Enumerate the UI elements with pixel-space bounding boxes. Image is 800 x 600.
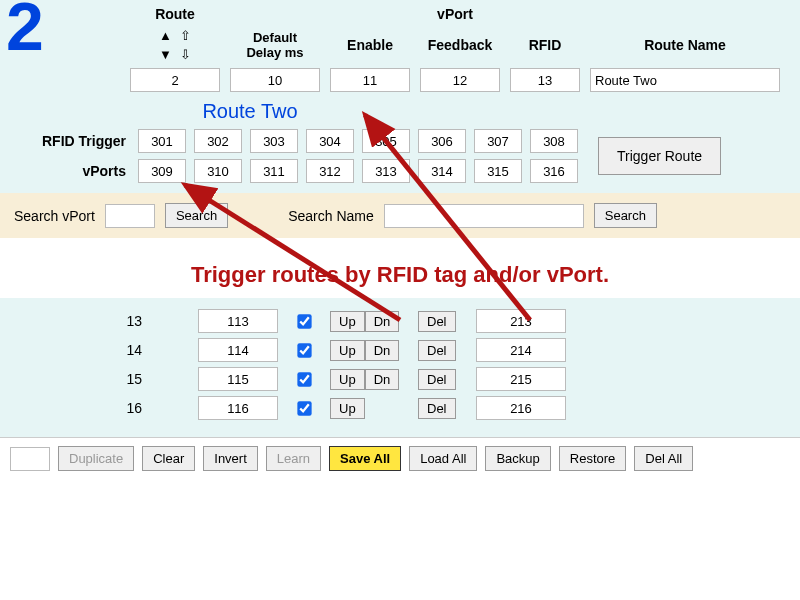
row-val-b[interactable]: [476, 309, 566, 333]
clear-button[interactable]: Clear: [142, 446, 195, 471]
vport-4[interactable]: [362, 159, 410, 183]
trigger-route-button[interactable]: Trigger Route: [598, 137, 721, 175]
delay-field[interactable]: [230, 68, 320, 92]
row-del-button[interactable]: Del: [418, 340, 456, 361]
table-row: 13UpDnDel: [10, 309, 790, 333]
row-val-b[interactable]: [476, 396, 566, 420]
search-vport-input[interactable]: [105, 204, 155, 228]
load-all-button[interactable]: Load All: [409, 446, 477, 471]
route-arrows: ▲ ⇧ ▼ ⇩: [130, 28, 220, 62]
duplicate-button[interactable]: Duplicate: [58, 446, 134, 471]
backup-button[interactable]: Backup: [485, 446, 550, 471]
move-down-solid-icon[interactable]: ▼: [159, 47, 172, 62]
row-val-b[interactable]: [476, 367, 566, 391]
vports-label: vPorts: [10, 163, 130, 179]
table-row: 16UpDel: [10, 396, 790, 420]
move-up-outline-icon[interactable]: ⇧: [180, 28, 191, 43]
row-val-b[interactable]: [476, 338, 566, 362]
rfid-trigger-0[interactable]: [138, 129, 186, 153]
row-checkbox[interactable]: [297, 343, 311, 357]
row-up-button[interactable]: Up: [330, 340, 365, 361]
vport-6[interactable]: [474, 159, 522, 183]
rfid-trigger-2[interactable]: [250, 129, 298, 153]
row-number: 14: [10, 342, 150, 358]
rfid-trigger-1[interactable]: [194, 129, 242, 153]
vport-2[interactable]: [250, 159, 298, 183]
table-row: 14UpDnDel: [10, 338, 790, 362]
row-dn-button[interactable]: Dn: [365, 340, 400, 361]
feedback-header: Feedback: [420, 37, 500, 53]
save-all-button[interactable]: Save All: [329, 446, 401, 471]
vport-7[interactable]: [530, 159, 578, 183]
route-number-field[interactable]: [130, 68, 220, 92]
route-values-row: [130, 68, 790, 92]
route-header: Route: [130, 6, 220, 22]
search-name-label: Search Name: [288, 208, 374, 224]
rfid-trigger-4[interactable]: [362, 129, 410, 153]
del-all-button[interactable]: Del All: [634, 446, 693, 471]
enable-field[interactable]: [330, 68, 410, 92]
row-dn-button[interactable]: Dn: [365, 369, 400, 390]
row-del-button[interactable]: Del: [418, 369, 456, 390]
footer-bar: Duplicate Clear Invert Learn Save All Lo…: [0, 437, 800, 479]
enable-header: Enable: [330, 37, 410, 53]
search-name-button[interactable]: Search: [594, 203, 657, 228]
row-number: 15: [10, 371, 150, 387]
row-checkbox[interactable]: [297, 401, 311, 415]
vport-0[interactable]: [138, 159, 186, 183]
move-down-outline-icon[interactable]: ⇩: [180, 47, 191, 62]
row-checkbox[interactable]: [297, 372, 311, 386]
table-row: 15UpDnDel: [10, 367, 790, 391]
rfid-field[interactable]: [510, 68, 580, 92]
row-val-a[interactable]: [198, 396, 278, 420]
search-name-input[interactable]: [384, 204, 584, 228]
row-number: 13: [10, 313, 150, 329]
rfid-trigger-5[interactable]: [418, 129, 466, 153]
feedback-field[interactable]: [420, 68, 500, 92]
rfid-trigger-6[interactable]: [474, 129, 522, 153]
delay-header: Default Delay ms: [230, 30, 320, 60]
route-name-field[interactable]: [590, 68, 780, 92]
vport-1[interactable]: [194, 159, 242, 183]
rfid-trigger-7[interactable]: [530, 129, 578, 153]
rfid-trigger-3[interactable]: [306, 129, 354, 153]
route-config-panel: 2 Route vPort ▲ ⇧ ▼ ⇩ Default Delay ms E…: [0, 0, 800, 193]
annotation-caption: Trigger routes by RFID tag and/or vPort.: [0, 238, 800, 298]
panel-number: 2: [6, 0, 44, 60]
rfid-header: RFID: [510, 37, 580, 53]
vport-3[interactable]: [306, 159, 354, 183]
row-up-button[interactable]: Up: [330, 398, 365, 419]
row-val-a[interactable]: [198, 309, 278, 333]
row-number: 16: [10, 400, 150, 416]
row-val-a[interactable]: [198, 367, 278, 391]
search-vport-label: Search vPort: [14, 208, 95, 224]
route-name-caption: Route Two: [130, 100, 370, 123]
trigger-block: RFID Trigger Trigger Route vPorts: [10, 129, 790, 183]
vport-header: vPort: [330, 6, 580, 22]
learn-button[interactable]: Learn: [266, 446, 321, 471]
search-vport-button[interactable]: Search: [165, 203, 228, 228]
restore-button[interactable]: Restore: [559, 446, 627, 471]
row-del-button[interactable]: Del: [418, 311, 456, 332]
header-row: Route vPort ▲ ⇧ ▼ ⇩ Default Delay ms Ena…: [130, 6, 790, 62]
row-del-button[interactable]: Del: [418, 398, 456, 419]
row-up-button[interactable]: Up: [330, 311, 365, 332]
rows-panel: 13UpDnDel14UpDnDel15UpDnDel16UpDel: [0, 298, 800, 437]
footer-input[interactable]: [10, 447, 50, 471]
row-checkbox[interactable]: [297, 314, 311, 328]
invert-button[interactable]: Invert: [203, 446, 258, 471]
rfid-trigger-label: RFID Trigger: [10, 133, 130, 149]
search-bar: Search vPort Search Search Name Search: [0, 193, 800, 238]
row-val-a[interactable]: [198, 338, 278, 362]
row-dn-button[interactable]: Dn: [365, 311, 400, 332]
move-up-solid-icon[interactable]: ▲: [159, 28, 172, 43]
routename-header: Route Name: [590, 37, 780, 53]
vport-5[interactable]: [418, 159, 466, 183]
row-up-button[interactable]: Up: [330, 369, 365, 390]
